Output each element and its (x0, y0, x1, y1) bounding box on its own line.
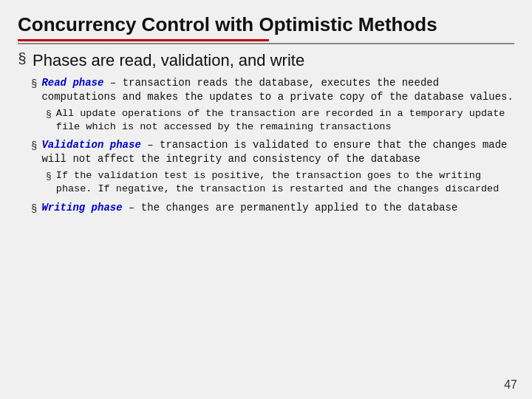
sub-sub-marker-read-0: § (46, 109, 52, 120)
sub-bullet-text-writing: Writing phase – the changes are permanen… (41, 201, 457, 215)
sub-sub-bullet-read-0: § All update operations of the transacti… (46, 107, 514, 134)
main-bullet-text: Phases are read, validation, and write (33, 50, 304, 71)
sub-section: § Read phase – transaction reads the dat… (31, 76, 514, 214)
read-phase-text: – transaction reads the database, execut… (41, 77, 514, 103)
sub-sub-marker-validation-0: § (46, 171, 52, 182)
sub-bullet-marker-writing: § (31, 203, 37, 215)
sub-bullet-marker-validation: § (31, 140, 37, 152)
sub-bullet-read: § Read phase – transaction reads the dat… (31, 76, 514, 104)
slide-title: Concurrency Control with Optimistic Meth… (18, 13, 514, 36)
sub-sub-section-read: § All update operations of the transacti… (46, 107, 514, 134)
sub-sub-text-read-0: All update operations of the transaction… (56, 107, 514, 134)
title-area: Concurrency Control with Optimistic Meth… (18, 13, 514, 44)
sub-sub-section-validation: § If the validation test is positive, th… (46, 169, 514, 196)
sub-bullet-text-read: Read phase – transaction reads the datab… (41, 76, 514, 104)
writing-phase-text: – the changes are permanently applied to… (123, 202, 458, 214)
sub-bullet-marker-read: § (31, 78, 37, 90)
sub-sub-text-validation-0: If the validation test is positive, the … (56, 169, 514, 196)
main-bullet-marker: § (18, 51, 27, 68)
validation-phase-label: Validation phase (41, 139, 140, 151)
sub-bullet-text-validation: Validation phase – transaction is valida… (41, 138, 514, 166)
sub-bullet-writing: § Writing phase – the changes are perman… (31, 201, 514, 215)
sub-bullet-validation: § Validation phase – transaction is vali… (31, 138, 514, 166)
page-number: 47 (504, 378, 517, 392)
slide: Concurrency Control with Optimistic Meth… (0, 0, 532, 399)
main-bullet: § Phases are read, validation, and write (18, 50, 514, 71)
title-underline (18, 39, 269, 41)
writing-phase-label: Writing phase (41, 202, 122, 214)
sub-sub-bullet-validation-0: § If the validation test is positive, th… (46, 169, 514, 196)
full-divider (18, 43, 514, 44)
read-phase-label: Read phase (41, 77, 103, 89)
